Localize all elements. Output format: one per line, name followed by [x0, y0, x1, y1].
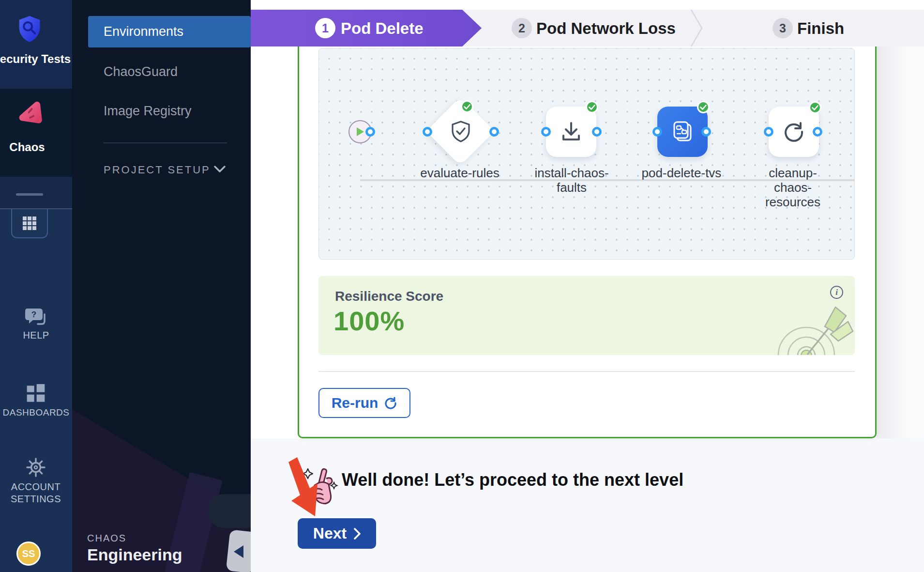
right-gutter	[877, 46, 924, 438]
target-dart-illustration	[758, 296, 855, 355]
connector-dot	[813, 127, 822, 137]
sidebar-section-project-setup[interactable]: PROJECT SETUP	[104, 164, 211, 176]
brand-product-label: Engineering	[87, 545, 182, 564]
module-label: Security Tests	[0, 52, 72, 66]
module-rail: Security Tests Chaos	[0, 0, 72, 572]
step-label[interactable]: Finish	[797, 19, 844, 38]
sidebar-item-environments[interactable]: Environments	[88, 16, 251, 47]
svg-text:?: ?	[31, 310, 36, 319]
check-icon	[812, 105, 818, 110]
security-tests-shield-icon	[16, 15, 43, 44]
chevron-right-icon	[353, 528, 361, 540]
success-badge	[586, 101, 598, 113]
rail-item-label: ACCOUNT SETTINGS	[9, 481, 63, 505]
connector-dot	[701, 127, 711, 137]
next-button[interactable]: Next	[298, 518, 376, 549]
module-chaos[interactable]: Chaos	[0, 89, 72, 177]
dashboards-icon	[26, 384, 45, 403]
play-icon	[355, 126, 365, 137]
module-security-tests[interactable]: Security Tests	[0, 0, 72, 89]
success-badge	[809, 101, 821, 114]
sidebar-item-chaosguard[interactable]: ChaosGuard	[104, 64, 178, 79]
project-sidebar: Environments ChaosGuard Image Registry P…	[72, 0, 251, 572]
rerun-refresh-icon	[384, 396, 397, 410]
rail-drag-handle	[16, 193, 43, 196]
rail-item-label: HELP	[0, 330, 72, 341]
rail-item-account-settings[interactable]: ACCOUNT SETTINGS	[0, 457, 72, 510]
module-picker-button[interactable]	[11, 209, 48, 238]
step-number[interactable]: 3	[773, 18, 793, 38]
rail-strip	[0, 177, 72, 209]
sidebar-item-image-registry[interactable]: Image Registry	[104, 104, 192, 118]
node-label: install-chaos-faults	[529, 166, 614, 195]
card-divider	[318, 371, 855, 372]
red-arrow-pointer	[288, 457, 324, 520]
node-label: cleanup-chaos-resources	[750, 166, 835, 209]
connector-dot	[365, 127, 375, 137]
chaos-logo-icon	[16, 101, 44, 129]
node-label: evaluate-rules	[417, 166, 502, 180]
step-label: Pod Delete	[341, 19, 424, 38]
resilience-score-panel: Resilience Score 100% i	[318, 276, 855, 355]
connector-dot	[423, 127, 432, 137]
download-icon	[559, 119, 584, 144]
step-number[interactable]: 2	[512, 18, 532, 38]
connector-dot	[764, 127, 773, 137]
rerun-button[interactable]: Re-run	[318, 388, 410, 418]
check-icon	[589, 105, 595, 110]
next-button-label: Next	[313, 525, 347, 542]
step-label[interactable]: Pod Network Loss	[536, 19, 676, 38]
wizard-stepper: 1 Pod Delete 2 Pod Network Loss 3 Finish	[251, 0, 924, 46]
sidebar-divider	[104, 142, 227, 143]
user-avatar[interactable]: SS	[16, 541, 41, 566]
resilience-score-value: 100%	[333, 305, 405, 337]
check-icon	[700, 105, 707, 110]
well-done-message: Well done! Let’s proceed to the next lev…	[342, 470, 683, 490]
success-badge	[461, 100, 473, 113]
pipeline-node-install-chaos-faults[interactable]	[546, 107, 596, 157]
pipeline-node-cleanup-chaos-resources[interactable]	[769, 107, 819, 157]
app-window: evaluate-rules install-chaos-faults pod-…	[0, 0, 924, 572]
connector-dot	[541, 127, 551, 137]
grid-icon	[22, 216, 37, 231]
brand-module-label: CHAOS	[87, 533, 126, 544]
pipeline-canvas[interactable]: evaluate-rules install-chaos-faults pod-…	[318, 48, 855, 260]
collapse-sidebar-icon[interactable]	[234, 545, 243, 558]
lower-background	[251, 438, 924, 572]
rerun-button-label: Re-run	[332, 395, 379, 411]
stepper-separator-chevron-icon	[690, 10, 703, 46]
step-number: 1	[315, 18, 335, 38]
shield-check-icon	[449, 119, 473, 143]
rail-item-dashboards[interactable]: DASHBOARDS	[0, 384, 72, 431]
node-label: pod-delete-tvs	[639, 166, 724, 180]
refresh-icon	[781, 119, 806, 144]
success-badge	[697, 101, 710, 113]
gear-icon	[25, 457, 46, 478]
pipeline-node-pod-delete-tvs[interactable]	[657, 107, 708, 157]
help-chat-icon: ?	[24, 308, 47, 328]
sidebar-decoration	[208, 494, 251, 528]
connector-dot	[592, 127, 602, 137]
resilience-score-label: Resilience Score	[335, 289, 443, 304]
check-icon	[464, 104, 470, 109]
module-label: Chaos	[3, 140, 51, 154]
chevron-down-icon[interactable]	[214, 166, 226, 173]
rail-lower-section: ? HELP DASHBOARDS	[0, 177, 72, 572]
chaos-experiment-icon	[669, 118, 696, 145]
connector-dot	[652, 127, 662, 137]
rail-item-help[interactable]: ? HELP	[0, 308, 72, 351]
rail-item-label: DASHBOARDS	[0, 407, 72, 418]
connector-dot	[489, 127, 499, 137]
